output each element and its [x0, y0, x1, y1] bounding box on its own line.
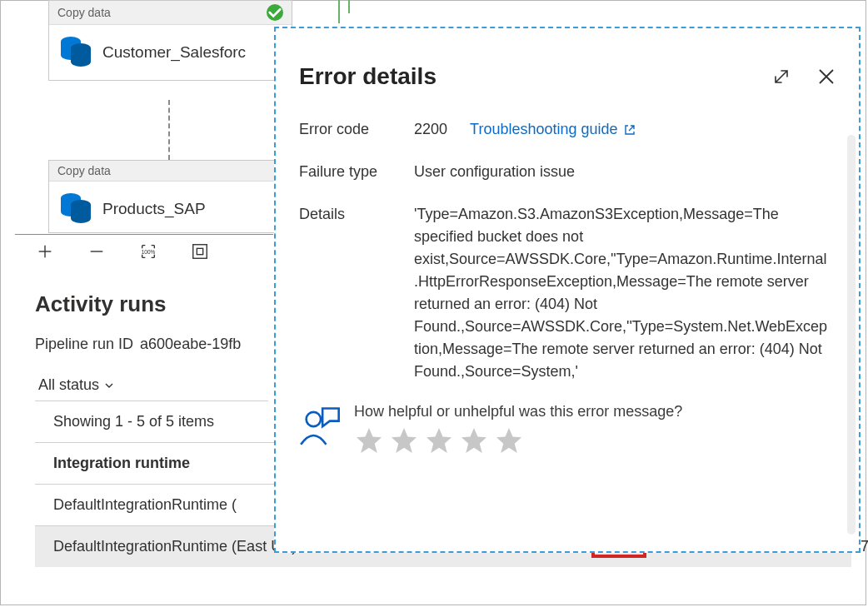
star-1[interactable]: [354, 425, 384, 455]
activity-header: Copy data: [49, 1, 292, 25]
canvas-toolbar: 100%: [15, 234, 273, 263]
failure-type-value: User configuration issue: [414, 161, 575, 183]
status-filter-dropdown[interactable]: All status: [35, 370, 268, 401]
star-4[interactable]: [459, 425, 489, 455]
activity-box-products[interactable]: Copy data Products_SAP: [48, 160, 277, 233]
feedback-question: How helpful or unhelpful was this error …: [354, 403, 682, 420]
svg-rect-4: [193, 245, 207, 259]
activity-type-label: Copy data: [57, 6, 111, 19]
star-5[interactable]: [494, 425, 524, 455]
status-success-icon: [267, 4, 283, 21]
pipeline-run-id-label: Pipeline run ID: [35, 336, 133, 353]
connector-green-2: [348, 0, 350, 13]
expand-icon[interactable]: [771, 66, 792, 87]
svg-point-6: [307, 412, 321, 426]
failure-type-label: Failure type: [299, 161, 414, 183]
activity-box-customer[interactable]: Copy data Customer_Salesforc: [48, 0, 292, 81]
external-link-icon: [623, 123, 636, 137]
svg-text:100%: 100%: [142, 249, 156, 255]
error-code-label: Error code: [299, 118, 414, 141]
feedback-person-icon: [299, 403, 342, 446]
details-value: 'Type=Amazon.S3.AmazonS3Exception,Messag…: [414, 203, 831, 383]
zoom-out-button[interactable]: [85, 240, 108, 263]
connector-vertical: [168, 100, 170, 160]
zoom-level-button[interactable]: 100%: [137, 240, 160, 263]
pipeline-run-id-value: a600eabe-19fb: [140, 336, 241, 353]
svg-rect-5: [197, 248, 202, 254]
star-2[interactable]: [389, 425, 419, 455]
database-icon: [61, 37, 92, 68]
troubleshooting-guide-text: Troubleshooting guide: [470, 118, 617, 141]
star-3[interactable]: [424, 425, 454, 455]
troubleshooting-guide-link[interactable]: Troubleshooting guide: [470, 118, 636, 141]
feedback-block: How helpful or unhelpful was this error …: [299, 403, 844, 455]
close-icon[interactable]: [816, 66, 837, 87]
details-label: Details: [299, 203, 414, 383]
runtime-name: DefaultIntegrationRuntime (East US): [53, 538, 297, 555]
database-icon: [61, 193, 92, 225]
chevron-down-icon: [104, 381, 114, 391]
activity-name: Customer_Salesforc: [102, 43, 246, 62]
activity-name: Products_SAP: [102, 200, 206, 218]
activity-type-label: Copy data: [57, 164, 111, 177]
panel-title: Error details: [299, 63, 436, 90]
activity-header: Copy data: [49, 161, 277, 182]
error-code-value: 2200: [414, 121, 447, 137]
status-filter-label: All status: [38, 376, 99, 394]
connector-green: [338, 0, 340, 23]
error-details-panel: Error details Error code 2200 Troublesho…: [274, 27, 861, 553]
scrollbar[interactable]: [847, 135, 856, 535]
fit-screen-button[interactable]: [188, 240, 212, 263]
zoom-in-button[interactable]: [33, 240, 57, 263]
star-rating: [354, 425, 682, 455]
